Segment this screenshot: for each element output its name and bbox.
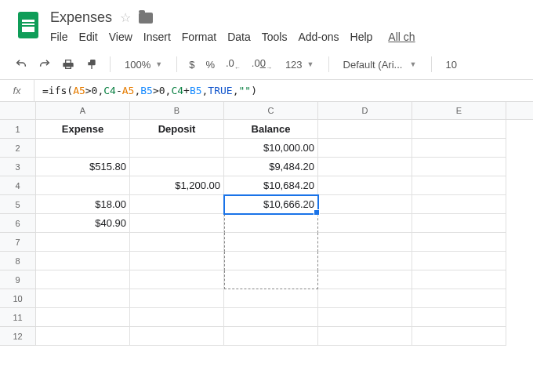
menu-view[interactable]: View	[109, 31, 132, 43]
font-size-select[interactable]: 10	[440, 59, 463, 71]
cell-C11[interactable]	[224, 308, 318, 327]
font-select[interactable]: Default (Ari...▼	[337, 59, 423, 71]
cell-B9[interactable]	[130, 270, 224, 289]
menu-help[interactable]: Help	[350, 31, 373, 43]
cell-E10[interactable]	[412, 289, 506, 308]
cell-D2[interactable]	[318, 139, 412, 158]
cell-B6[interactable]	[130, 214, 224, 233]
row-header-3[interactable]: 3	[0, 158, 36, 176]
cell-E7[interactable]	[412, 233, 506, 252]
cell-C9[interactable]	[224, 270, 318, 289]
menu-format[interactable]: Format	[182, 31, 216, 43]
cell-A11[interactable]	[36, 308, 130, 327]
cell-A8[interactable]	[36, 252, 130, 270]
cell-E11[interactable]	[412, 308, 506, 327]
cell-A9[interactable]	[36, 270, 130, 289]
cell-A10[interactable]	[36, 289, 130, 308]
cell-E5[interactable]	[412, 195, 506, 214]
menu-addons[interactable]: Add-ons	[298, 31, 339, 43]
cell-B1[interactable]: Deposit	[130, 120, 224, 139]
cell-B7[interactable]	[130, 233, 224, 252]
cell-A5[interactable]: $18.00	[36, 195, 130, 214]
cell-B10[interactable]	[130, 289, 224, 308]
more-formats[interactable]: 123▼	[279, 59, 321, 71]
cell-D1[interactable]	[318, 120, 412, 139]
cell-B11[interactable]	[130, 308, 224, 327]
cell-D9[interactable]	[318, 270, 412, 289]
col-header-C[interactable]: C	[224, 102, 318, 119]
cell-C7[interactable]	[224, 233, 318, 252]
folder-icon[interactable]	[139, 13, 153, 24]
cell-E4[interactable]	[412, 176, 506, 195]
sheets-logo[interactable]	[13, 9, 44, 41]
spreadsheet-grid[interactable]: A B C D E 1 Expense Deposit Balance 2 $1…	[0, 102, 533, 346]
cell-D10[interactable]	[318, 289, 412, 308]
cell-D4[interactable]	[318, 176, 412, 195]
cell-C1[interactable]: Balance	[224, 120, 318, 139]
cell-D8[interactable]	[318, 252, 412, 270]
menu-tools[interactable]: Tools	[262, 31, 288, 43]
menu-all-changes[interactable]: All ch	[388, 31, 415, 43]
menu-data[interactable]: Data	[227, 31, 251, 43]
cell-E2[interactable]	[412, 139, 506, 158]
row-header-4[interactable]: 4	[0, 176, 36, 195]
row-header-7[interactable]: 7	[0, 233, 36, 252]
select-all-corner[interactable]	[0, 102, 36, 119]
cell-C4[interactable]: $10,684.20	[224, 176, 318, 195]
cell-C12[interactable]	[224, 327, 318, 346]
col-header-A[interactable]: A	[36, 102, 130, 119]
cell-D7[interactable]	[318, 233, 412, 252]
cell-A4[interactable]	[36, 176, 130, 195]
cell-A12[interactable]	[36, 327, 130, 346]
redo-button[interactable]	[34, 54, 55, 74]
cell-A6[interactable]: $40.90	[36, 214, 130, 233]
cell-E8[interactable]	[412, 252, 506, 270]
cell-C6[interactable]	[224, 214, 318, 233]
decrease-decimal[interactable]: .0←	[222, 57, 245, 71]
star-icon[interactable]: ☆	[120, 10, 131, 25]
cell-A1[interactable]: Expense	[36, 120, 130, 139]
cell-C8[interactable]	[224, 252, 318, 270]
cell-E1[interactable]	[412, 120, 506, 139]
cell-A2[interactable]	[36, 139, 130, 158]
cell-E6[interactable]	[412, 214, 506, 233]
cell-A3[interactable]: $515.80	[36, 158, 130, 176]
cell-C3[interactable]: $9,484.20	[224, 158, 318, 176]
zoom-select[interactable]: 100%▼	[118, 59, 169, 71]
cell-B3[interactable]	[130, 158, 224, 176]
undo-button[interactable]	[11, 54, 31, 74]
cell-D6[interactable]	[318, 214, 412, 233]
row-header-2[interactable]: 2	[0, 139, 36, 158]
fx-icon[interactable]: fx	[0, 80, 34, 101]
menu-file[interactable]: File	[50, 31, 68, 43]
paint-format-button[interactable]	[82, 54, 102, 74]
row-header-8[interactable]: 8	[0, 252, 36, 270]
col-header-B[interactable]: B	[130, 102, 224, 119]
cell-E9[interactable]	[412, 270, 506, 289]
cell-D12[interactable]	[318, 327, 412, 346]
menu-insert[interactable]: Insert	[143, 31, 171, 43]
row-header-11[interactable]: 11	[0, 308, 36, 327]
row-header-10[interactable]: 10	[0, 289, 36, 308]
cell-E12[interactable]	[412, 327, 506, 346]
cell-D11[interactable]	[318, 308, 412, 327]
col-header-E[interactable]: E	[412, 102, 506, 119]
row-header-1[interactable]: 1	[0, 120, 36, 139]
cell-A7[interactable]	[36, 233, 130, 252]
row-header-12[interactable]: 12	[0, 327, 36, 346]
cell-C10[interactable]	[224, 289, 318, 308]
cell-B12[interactable]	[130, 327, 224, 346]
cell-C2[interactable]: $10,000.00	[224, 139, 318, 158]
row-header-9[interactable]: 9	[0, 270, 36, 289]
cell-D5[interactable]	[318, 195, 412, 214]
doc-title[interactable]: Expenses	[50, 9, 112, 26]
cell-B5[interactable]	[130, 195, 224, 214]
menu-edit[interactable]: Edit	[79, 31, 98, 43]
row-header-6[interactable]: 6	[0, 214, 36, 233]
cell-B2[interactable]	[130, 139, 224, 158]
format-percent[interactable]: %	[201, 59, 219, 71]
format-currency[interactable]: $	[185, 59, 198, 71]
row-header-5[interactable]: 5	[0, 195, 36, 214]
cell-B8[interactable]	[130, 252, 224, 270]
cell-E3[interactable]	[412, 158, 506, 176]
